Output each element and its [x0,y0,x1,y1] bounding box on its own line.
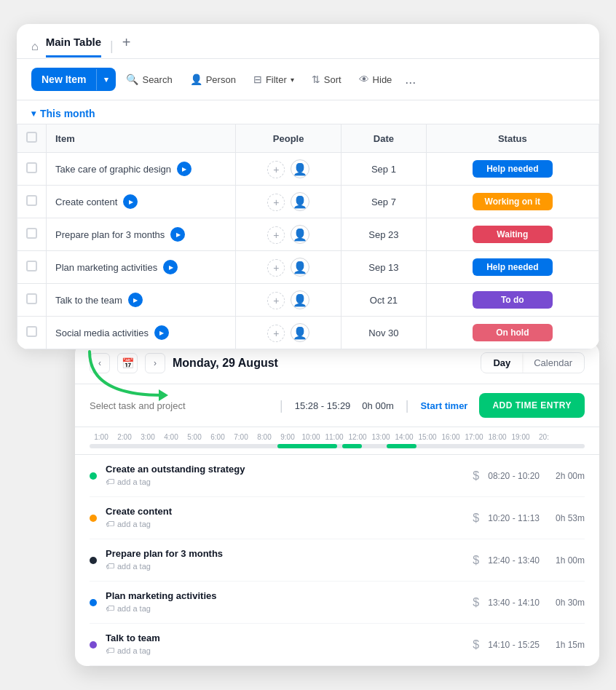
timer-time-display: 15:28 - 15:29 [295,400,351,411]
more-options-button[interactable]: ... [405,72,416,87]
row-checkbox[interactable] [26,326,37,337]
add-person-button[interactable]: + [267,259,285,277]
row-checkbox-cell[interactable] [17,218,47,251]
add-person-button[interactable]: + [267,161,285,178]
status-badge[interactable]: On hold [473,324,553,341]
tag-label: add a tag [117,604,151,613]
status-badge[interactable]: Help needed [473,258,553,276]
billing-icon[interactable]: $ [473,512,479,525]
timer-divider-2: | [406,398,409,413]
add-person-button[interactable]: + [267,292,285,309]
period-filter[interactable]: ▾ This month [17,100,599,124]
person-icon: 👤 [190,74,202,85]
billing-icon[interactable]: $ [473,638,479,651]
item-play-button[interactable] [177,162,191,176]
tag-label: add a tag [117,477,151,486]
tag-icon: 🏷 [106,646,114,656]
filter-chevron-icon: ▾ [291,76,294,84]
add-person-button[interactable]: + [267,325,285,342]
people-column-header: People [236,124,341,153]
date-cell: Sep 1 [341,153,426,186]
new-item-button[interactable]: New Item ▾ [31,68,116,91]
add-tag-button[interactable]: 🏷 add a tag [106,519,151,529]
item-play-button[interactable] [123,194,138,209]
calendar-view-button[interactable]: Calendar [522,353,584,373]
row-checkbox[interactable] [26,293,37,304]
start-timer-button[interactable]: Start timer [420,400,467,411]
timeline-hour-label: 10:00 [299,433,323,441]
row-checkbox-cell[interactable] [17,153,47,186]
main-table-tab[interactable]: Main Table [46,36,101,58]
time-entry-row: Plan marketing activities 🏷 add a tag $ … [90,582,585,624]
filter-button[interactable]: ⊟ Filter ▾ [246,68,301,90]
hide-button[interactable]: 👁 Hide [352,68,400,90]
add-person-button[interactable]: + [267,226,285,244]
item-play-button[interactable] [170,227,185,242]
timeline-hour-label: 20: [532,433,556,441]
add-tag-button[interactable]: 🏷 add a tag [106,561,151,571]
person-button[interactable]: 👤 Person [183,68,243,90]
status-cell: Waiting [426,218,599,251]
table-row: Talk to the team + 👤 Oct 21 To do [17,284,599,317]
item-play-button[interactable] [128,293,143,307]
add-tab-button[interactable]: + [122,34,131,58]
new-item-label: New Item [31,68,96,91]
time-entry-row: Prepare plan for 3 months 🏷 add a tag $ … [90,539,585,582]
billing-icon[interactable]: $ [473,596,479,609]
add-tag-button[interactable]: 🏷 add a tag [106,477,151,487]
day-view-button[interactable]: Day [481,353,522,373]
row-checkbox-cell[interactable] [17,284,47,317]
entry-duration: 0h 30m [548,598,585,608]
row-checkbox[interactable] [26,195,37,206]
table-row: Take care of graphic design + 👤 Sep 1 He… [17,153,599,186]
billing-icon[interactable]: $ [473,469,479,483]
timeline-hours: 1:002:003:004:005:006:007:008:009:0010:0… [90,433,585,441]
add-tag-button[interactable]: 🏷 add a tag [106,603,151,614]
row-checkbox-cell[interactable] [17,186,47,218]
timeline-hour-label: 12:00 [346,433,369,441]
add-time-entry-button[interactable]: ADD TIME ENTRY [479,393,585,418]
status-badge[interactable]: Working on it [473,193,553,210]
hide-icon: 👁 [359,74,369,85]
entry-info: Create an outstanding strategy 🏷 add a t… [106,464,464,488]
search-button[interactable]: 🔍 Search [119,68,179,90]
entry-time-range: 12:40 - 13:40 [488,555,540,566]
status-column-header: Status [426,124,599,153]
timeline-hour-label: 18:00 [486,433,509,441]
status-badge[interactable]: Help needed [473,160,553,178]
timeline-hour-label: 4:00 [159,433,183,441]
row-checkbox-cell[interactable] [17,251,47,284]
select-all-header[interactable] [17,124,47,153]
status-cell: To do [426,284,599,317]
add-tag-button[interactable]: 🏷 add a tag [106,646,151,656]
sort-icon: ⇅ [312,74,320,85]
table-row: Create content + 👤 Sep 7 Working on it [17,186,599,218]
sort-label: Sort [324,74,341,85]
timeline-hour-label: 14:00 [392,433,416,441]
status-badge[interactable]: Waiting [473,226,553,243]
timeline-bar [90,444,585,448]
select-all-checkbox[interactable] [26,132,37,143]
row-checkbox-cell[interactable] [17,317,47,349]
tab-bar: ⌂ Main Table | + [17,24,599,59]
row-checkbox[interactable] [26,162,37,173]
chevron-down-icon[interactable]: ▾ [96,69,116,90]
status-badge[interactable]: To do [473,291,553,309]
sort-button[interactable]: ⇅ Sort [304,68,349,90]
item-column-header: Item [47,124,236,153]
item-play-button[interactable] [163,260,178,274]
billing-icon[interactable]: $ [473,554,479,567]
timeline-segment-3 [387,444,416,448]
timeline-hour-label: 9:00 [276,433,299,441]
entry-duration: 1h 00m [548,555,585,566]
table-row: Prepare plan for 3 months + 👤 Sep 23 Wai… [17,218,599,251]
row-checkbox[interactable] [26,261,37,271]
entry-dot [90,641,97,649]
entries-list: Create an outstanding strategy 🏷 add a t… [75,455,599,666]
add-person-button[interactable]: + [267,194,285,211]
entry-name: Plan marketing activities [106,590,464,601]
timeline-hour-label: 7:00 [229,433,253,441]
row-checkbox[interactable] [26,228,37,239]
main-table-panel: ⌂ Main Table | + New Item ▾ 🔍 Search 👤 P… [17,24,599,349]
timeline-hour-label: 8:00 [253,433,276,441]
